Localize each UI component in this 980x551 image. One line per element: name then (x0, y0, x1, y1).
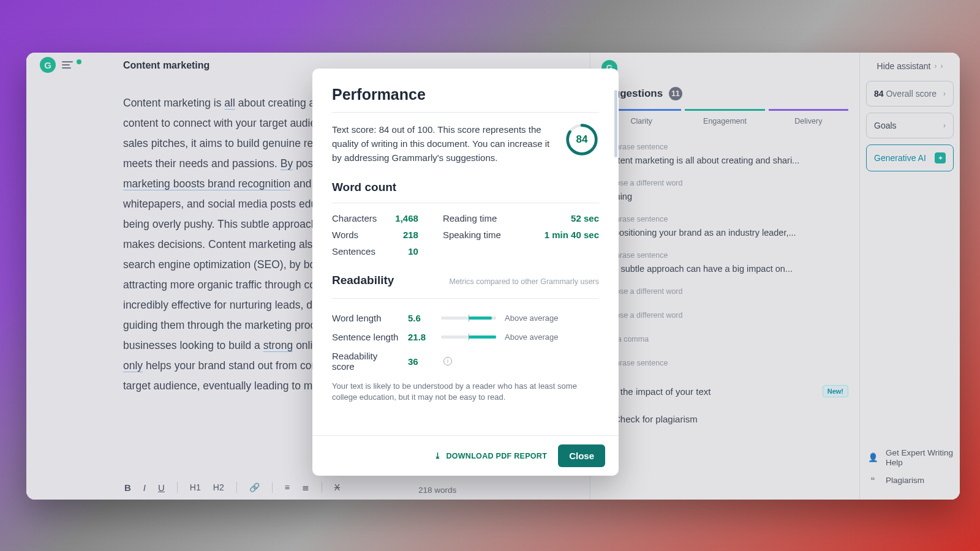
divider (332, 298, 599, 299)
download-pdf-button[interactable]: ⤓ DOWNLOAD PDF REPORT (434, 451, 547, 460)
separator (322, 482, 322, 493)
score-label: Overall score (886, 89, 936, 99)
close-button[interactable]: Close (558, 444, 605, 467)
underlined-word[interactable]: strong (263, 339, 293, 351)
new-badge: New! (823, 385, 848, 397)
sentence-length-value: 21.8 (408, 332, 432, 342)
readability-note: Your text is likely to be understood by … (332, 381, 599, 403)
h2-button[interactable]: H2 (213, 482, 224, 492)
strike-icon[interactable]: X (334, 482, 340, 492)
suggestion-label: Choose a different word (601, 311, 848, 320)
chevron-right-icon: › (940, 62, 943, 70)
separator (272, 482, 273, 493)
word-count-footer[interactable]: 218 words (418, 485, 456, 495)
score-value: 84 (874, 89, 884, 99)
suggestion-count-badge: 11 (669, 87, 682, 100)
numbered-list-icon[interactable]: ≣ (302, 482, 309, 492)
reading-time-value: 52 sec (571, 213, 599, 223)
generative-ai-button[interactable]: Generative AI ✦ (866, 144, 954, 171)
genai-label: Generative AI (874, 153, 926, 163)
characters-value: 1,468 (395, 213, 418, 223)
sentences-value: 10 (408, 246, 418, 257)
suggestion-item[interactable]: Rephrase sentenceBy positioning your bra… (601, 209, 848, 245)
suggestion-item[interactable]: Choose a different word (601, 281, 848, 305)
hide-assistant-button[interactable]: Hide assistant ›› (866, 61, 954, 71)
grammarly-logo-icon[interactable]: G (40, 57, 56, 73)
reading-time-label: Reading time (443, 213, 497, 223)
suggestion-label: Rephrase sentence (601, 215, 848, 223)
suggestion-item[interactable]: Choose a different wordpitching (601, 173, 848, 209)
info-icon[interactable]: i (443, 357, 452, 365)
download-icon: ⤓ (434, 451, 441, 460)
suggestion-item[interactable]: Choose a different word (601, 305, 848, 329)
word-length-label: Word length (332, 313, 399, 323)
score-ring: 84 (565, 122, 599, 157)
speaking-time-value: 1 min 40 sec (545, 230, 599, 240)
word-length-value: 5.6 (408, 313, 432, 323)
download-label: DOWNLOAD PDF REPORT (446, 452, 547, 460)
suggestion-label: Rephrase sentence (601, 251, 848, 260)
suggestions-panel: G suggestions 11 Clarity Engagement Deli… (590, 53, 859, 500)
sentence-length-label: Sentence length (332, 332, 399, 342)
suggestion-label: Rephrase sentence (601, 359, 848, 367)
comparison-bar (441, 317, 496, 320)
paragraph-icon[interactable] (62, 59, 73, 70)
chevron-right-icon: › (943, 121, 946, 130)
goals-button[interactable]: Goals › (866, 113, 954, 138)
document-title[interactable]: Content marketing (123, 60, 209, 71)
modal-title: Performance (332, 86, 599, 103)
quote-icon: ❝ (866, 474, 880, 487)
bold-button[interactable]: B (124, 482, 131, 493)
chevron-right-icon: › (943, 89, 946, 98)
suggestion-label: Choose a different word (601, 179, 848, 187)
suggestion-item[interactable]: Add a comma (601, 329, 848, 353)
separator (236, 482, 237, 493)
sparkle-icon: ✦ (935, 152, 946, 163)
chevron-right-icon: › (934, 62, 937, 70)
readability-score-value: 36 (408, 356, 432, 367)
plagiarism-label: Check for plagiarism (614, 414, 698, 424)
suggestion-label: Choose a different word (601, 287, 848, 296)
word-count-heading: Word count (332, 181, 599, 194)
words-value: 218 (403, 230, 418, 240)
assistant-sidebar: Hide assistant ›› 84 Overall score › Goa… (859, 53, 960, 500)
tab-engagement[interactable]: Engagement (685, 109, 764, 126)
characters-label: Characters (332, 213, 377, 223)
plagiarism-button[interactable]: ❝ Plagiarism (866, 474, 954, 487)
suggestion-label: Rephrase sentence (601, 143, 848, 151)
plagiarism-row[interactable]: ❝ Check for plagiarism (601, 406, 848, 432)
underlined-word[interactable]: all (224, 97, 235, 109)
suggestion-text: Content marketing is all about creating … (601, 154, 848, 167)
suggestion-item[interactable]: Rephrase sentenceContent marketing is al… (601, 137, 848, 173)
link-icon[interactable]: 🔗 (249, 482, 260, 492)
suggestion-label: Add a comma (601, 335, 848, 343)
performance-modal: Performance Text score: 84 out of 100. T… (312, 69, 619, 476)
word-length-comparison: Above average (505, 313, 558, 323)
suggestion-item[interactable]: Rephrase sentence (601, 353, 848, 377)
readability-subtitle: Metrics compared to other Grammarly user… (449, 277, 599, 286)
underlined-word[interactable]: By (281, 157, 293, 170)
suggestion-list: Rephrase sentenceContent marketing is al… (601, 137, 848, 377)
expert-help-button[interactable]: 👤 Get Expert Writing Help (866, 448, 954, 468)
body-text: Content marketing is (123, 97, 224, 109)
divider (332, 112, 599, 113)
overall-score-button[interactable]: 84 Overall score › (866, 81, 954, 107)
comparison-bar (441, 335, 496, 339)
suggestion-text: By positioning your brand as an industry… (601, 227, 848, 239)
impact-row[interactable]: See the impact of your text New! (601, 377, 848, 406)
speaking-time-label: Speaking time (443, 230, 501, 240)
scrollbar-thumb[interactable] (614, 90, 617, 157)
divider (332, 203, 599, 203)
separator (177, 482, 178, 493)
suggestion-text: This subtle approach can have a big impa… (601, 263, 848, 275)
notification-dot-icon (77, 59, 81, 64)
score-description: Text score: 84 out of 100. This score re… (332, 122, 554, 165)
italic-button[interactable]: I (143, 482, 146, 493)
suggestion-item[interactable]: Rephrase sentenceThis subtle approach ca… (601, 245, 848, 281)
goals-label: Goals (874, 121, 897, 130)
bullet-list-icon[interactable]: ≡ (285, 482, 290, 492)
underline-button[interactable]: U (158, 482, 165, 493)
h1-button[interactable]: H1 (190, 482, 201, 492)
tab-delivery[interactable]: Delivery (769, 109, 848, 126)
suggestion-text: pitching (601, 190, 848, 203)
